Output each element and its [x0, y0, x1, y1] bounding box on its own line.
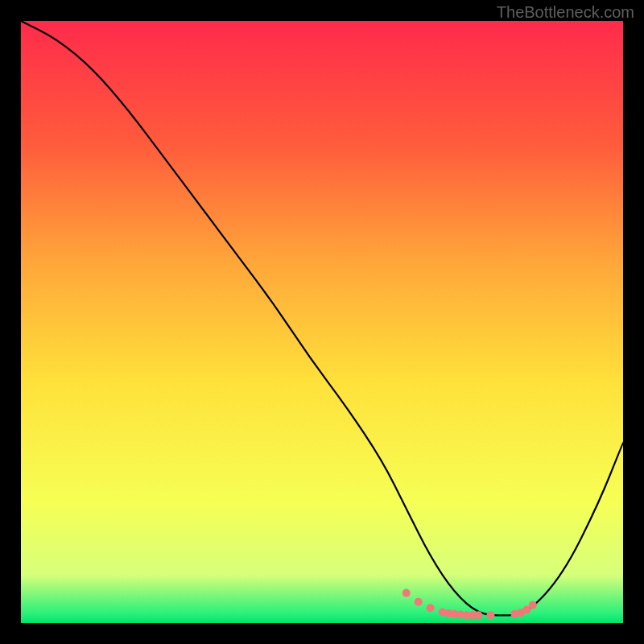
gradient-background [21, 21, 623, 623]
flat-marker [474, 611, 482, 619]
flat-marker [427, 604, 435, 612]
flat-marker [486, 611, 494, 619]
flat-marker [529, 601, 537, 609]
chart-container: TheBottleneck.com [0, 0, 644, 644]
flat-marker [402, 589, 411, 597]
plot-area [21, 21, 623, 623]
chart-svg [21, 21, 623, 623]
watermark-text: TheBottleneck.com [497, 3, 634, 22]
flat-marker [415, 598, 423, 606]
